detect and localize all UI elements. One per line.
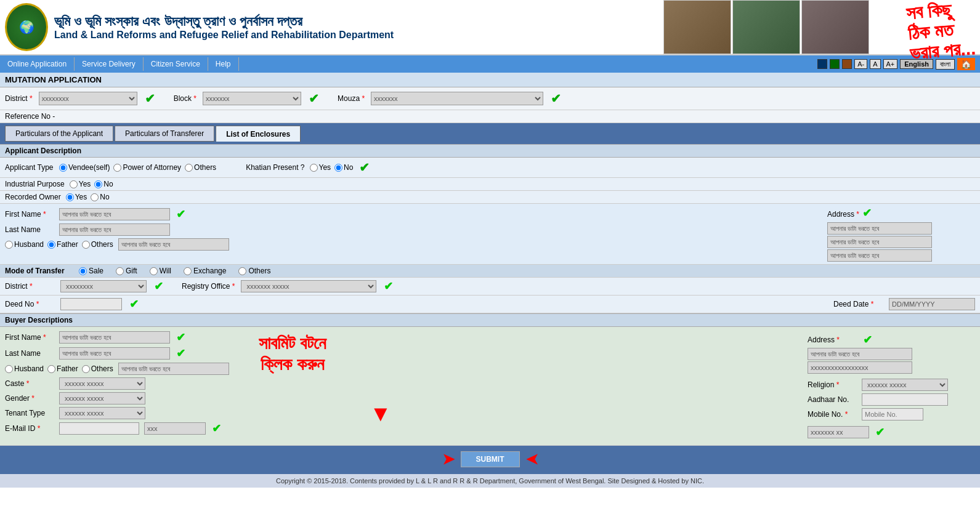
last-name-label: Last Name [5, 225, 54, 234]
nav-citizen-service[interactable]: Citizen Service [144, 57, 208, 71]
buyer-mobile-input[interactable] [862, 408, 923, 420]
radio-others-rel[interactable]: Others [82, 240, 113, 249]
buyer-last-name-input[interactable] [59, 347, 170, 360]
mode-exchange[interactable]: Exchange [184, 267, 226, 275]
buyer-desc-header: Buyer Descriptions [0, 313, 980, 327]
buyer-radio-husband[interactable]: Husband [5, 364, 44, 373]
tab-particulars-transferer[interactable]: Particulars of Transferer [115, 126, 214, 142]
buyer-addr-line1[interactable] [808, 348, 912, 360]
mode-will[interactable]: Will [150, 267, 171, 275]
buyer-religion-select[interactable]: xxxxxx xxxxx [862, 379, 948, 391]
color-box-green[interactable] [830, 59, 840, 69]
mode-others[interactable]: Others [238, 267, 270, 275]
district-block-mouza-row: District * xxxxxxxx ✔ Block * xxxxxxx ✔ … [0, 87, 980, 110]
khatian-options: Yes No [310, 163, 354, 172]
buyer-gender-select[interactable]: xxxxxx xxxxx [59, 392, 145, 404]
deed-district-select[interactable]: xxxxxxxx [60, 280, 147, 292]
radio-ind-no[interactable]: No [94, 180, 113, 188]
district-select[interactable]: xxxxxxxx [39, 92, 137, 105]
khatian-label: Khatian Present ? [246, 163, 304, 172]
buyer-aadhaar-input[interactable] [862, 393, 948, 406]
district-label: District * [5, 94, 33, 103]
font-decrease-btn[interactable]: A- [854, 59, 867, 69]
deed-no-input[interactable] [60, 298, 122, 310]
first-name-input[interactable] [59, 208, 170, 220]
radio-vendee[interactable]: Vendee(self) [59, 163, 110, 172]
mode-transfer-row: Mode of Transfer Sale Gift Will Exchange… [0, 265, 980, 278]
nav-service-delivery[interactable]: Service Delivery [75, 57, 144, 71]
buyer-relation-name-input[interactable] [118, 363, 229, 375]
buyer-caste-select[interactable]: xxxxxx xxxxx [59, 377, 145, 390]
buyer-addr-line2[interactable] [808, 361, 912, 374]
header-image-3 [801, 0, 869, 54]
buyer-two-col: First Name * ✔ Last Name ✔ Husband Fathe… [5, 329, 975, 443]
buyer-mobile-verify[interactable] [808, 426, 869, 438]
header-image-2 [732, 0, 800, 54]
mode-transfer-label: Mode of Transfer [5, 267, 79, 275]
header-image-1 [663, 0, 731, 54]
radio-husband[interactable]: Husband [5, 240, 44, 249]
applicant-type-row: Applicant Type Vendee(self) Power of Att… [0, 158, 980, 178]
tab-list-enclosures[interactable]: List of Enclosures [216, 126, 301, 142]
buyer-tenant-label: Tenant Type [5, 409, 54, 417]
radio-others-type[interactable]: Others [185, 163, 216, 172]
buyer-left-col: First Name * ✔ Last Name ✔ Husband Fathe… [5, 329, 803, 443]
buyer-tenant-select[interactable]: xxxxxx xxxxx [59, 407, 145, 419]
logo: 🌍 [5, 3, 48, 51]
buyer-email-input[interactable] [59, 422, 139, 435]
reference-label: Reference No - [5, 112, 55, 121]
mode-sale[interactable]: Sale [79, 267, 103, 275]
buyer-ln-check: ✔ [176, 347, 185, 360]
radio-rec-yes[interactable]: Yes [66, 193, 87, 201]
deed-district-check: ✔ [154, 280, 163, 293]
registry-office-select[interactable]: xxxxxxx xxxxx [241, 280, 376, 292]
buyer-mobile-label: Mobile No. * [808, 410, 857, 419]
deed-row: Deed No * ✔ Deed Date * [0, 296, 980, 313]
address-line3[interactable] [827, 249, 932, 262]
radio-father[interactable]: Father [47, 240, 78, 249]
last-name-input[interactable] [59, 223, 170, 236]
tabs-row: Particulars of the Applicant Particulars… [0, 123, 980, 144]
buyer-radio-others[interactable]: Others [82, 364, 113, 373]
header-title-english: Land & Land Reforms and Refugee Relief a… [54, 30, 394, 41]
tab-particulars-applicant[interactable]: Particulars of the Applicant [5, 126, 113, 142]
applicant-desc-section: Applicant Type Vendee(self) Power of Att… [0, 158, 980, 204]
radio-poa[interactable]: Power of Attorney [113, 163, 181, 172]
radio-ind-yes[interactable]: Yes [70, 180, 91, 188]
relation-name-input[interactable] [118, 238, 229, 251]
address-line2[interactable] [827, 236, 932, 248]
mode-gift[interactable]: Gift [116, 267, 137, 275]
mouza-select[interactable]: xxxxxxx [371, 92, 543, 105]
color-box-brown[interactable] [842, 59, 852, 69]
address-label: Address * [827, 210, 859, 219]
color-box-blue[interactable] [817, 59, 827, 69]
address-line1[interactable] [827, 222, 932, 235]
font-increase-btn[interactable]: A+ [883, 59, 898, 69]
name-section: First Name * ✔ Last Name Husband Father … [5, 206, 821, 252]
first-name-label: First Name * [5, 210, 54, 219]
radio-khatian-yes[interactable]: Yes [310, 163, 331, 172]
radio-khatian-no[interactable]: No [334, 163, 353, 172]
deed-no-label: Deed No * [5, 300, 54, 308]
nav-online-application[interactable]: Online Application [0, 57, 75, 71]
block-select[interactable]: xxxxxxx [203, 92, 301, 105]
deed-date-input[interactable] [889, 298, 975, 310]
font-normal-btn[interactable]: A [870, 59, 880, 69]
buyer-first-name-label: First Name * [5, 333, 54, 342]
nav-help[interactable]: Help [208, 57, 239, 71]
home-btn[interactable]: 🏠 [957, 58, 975, 70]
buyer-religion-label: Religion * [808, 380, 857, 389]
mouza-label: Mouza * [338, 94, 365, 103]
buyer-mobile-row: Mobile No. * ✔ [808, 407, 970, 440]
address-inputs [827, 222, 975, 262]
submit-button[interactable]: SUBMIT [461, 451, 520, 467]
buyer-relation-options: Husband Father Others [5, 364, 113, 373]
buyer-radio-father[interactable]: Father [47, 364, 78, 373]
buyer-address-label: Address * [808, 336, 857, 344]
buyer-mobile-check: ✔ [875, 425, 885, 439]
footer-text: Copyright © 2015-2018. Contents provided… [276, 477, 704, 485]
radio-rec-no[interactable]: No [91, 193, 109, 201]
reference-row: Reference No - [0, 110, 980, 123]
buyer-email-verify[interactable] [144, 422, 206, 435]
buyer-first-name-input[interactable] [59, 331, 170, 344]
